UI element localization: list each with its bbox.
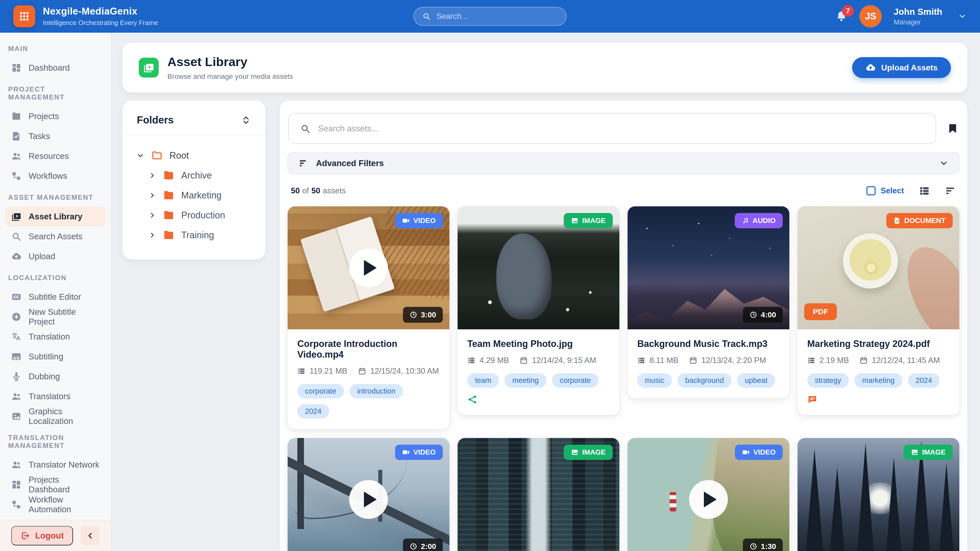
storage-icon (467, 356, 476, 365)
play-button[interactable] (689, 480, 728, 519)
sidebar-item-subtitle-editor[interactable]: Subtitle Editor (5, 287, 106, 307)
chevron-right-icon[interactable] (148, 171, 156, 179)
logout-button[interactable]: Logout (11, 526, 73, 545)
asset-meta: 119.21 MB 12/15/24, 10:30 AM (298, 367, 440, 376)
asset-card[interactable]: VIDEO 2:00 (287, 438, 450, 551)
sidebar-item-translators[interactable]: Translators (5, 386, 106, 407)
share-icon[interactable] (467, 394, 477, 405)
sidebar-item-workflow-automation[interactable]: Workflow Automation (5, 495, 106, 514)
tag[interactable]: 2024 (298, 404, 329, 419)
sidebar-item-asset-library[interactable]: Asset Library (5, 206, 106, 227)
sidebar-item-translator-network[interactable]: Translator Network (5, 455, 106, 475)
sidebar-item-workflows[interactable]: Workflows (5, 166, 106, 186)
tag[interactable]: meeting (504, 373, 546, 388)
assets-toolbar: 50 of 50 assets Select (291, 185, 956, 197)
notifications-button[interactable]: 7 (835, 10, 848, 22)
tag[interactable]: strategy (807, 373, 849, 388)
top-header: Nexgile-MediaGenix Intelligence Orchestr… (0, 0, 980, 33)
asset-search-input[interactable] (318, 124, 924, 133)
asset-title: Marketing Strategy 2024.pdf (807, 338, 950, 349)
asset-card[interactable]: IMAGE (457, 438, 620, 551)
thumbnail-image[interactable]: DOCUMENT PDF (797, 206, 959, 329)
file-date: 12/13/24, 2:20 PM (689, 356, 766, 365)
list-view-icon[interactable] (919, 185, 930, 197)
thumbnail-image[interactable]: VIDEO 2:00 (288, 438, 449, 551)
section-project-management: PROJECT MANAGEMENT (5, 78, 106, 106)
sidebar-collapse-button[interactable] (81, 526, 100, 545)
tag[interactable]: background (678, 373, 732, 388)
chevron-right-icon[interactable] (148, 192, 156, 199)
play-button[interactable] (349, 248, 388, 287)
select-checkbox[interactable] (866, 186, 876, 195)
user-info[interactable]: John Smith Manager (894, 6, 942, 26)
sidebar-item-label: Upload (29, 251, 56, 261)
sidebar-item-graphics-localization[interactable]: Graphics Localization (5, 407, 106, 426)
folder-node-root[interactable]: Root (133, 146, 255, 165)
chevron-right-icon[interactable] (148, 231, 156, 239)
tag[interactable]: upbeat (737, 373, 775, 388)
toolbar-right: Select (866, 185, 956, 197)
badge-label: VIDEO (414, 448, 436, 456)
folder-tree: Root Archive Marketing (123, 135, 266, 245)
folder-node-archive[interactable]: Archive (145, 165, 255, 186)
tag[interactable]: introduction (350, 384, 403, 399)
thumbnail-image[interactable]: IMAGE (458, 438, 619, 551)
asset-card[interactable]: IMAGE Team Meeting Photo.jpg 4.29 MB (457, 206, 620, 415)
select-toggle[interactable]: Select (866, 186, 904, 195)
sidebar-item-resources[interactable]: Resources (5, 146, 106, 166)
sidebar-item-tasks[interactable]: Tasks (5, 126, 106, 146)
tag[interactable]: team (467, 373, 499, 388)
asset-card[interactable]: AUDIO 4:00 Background Music Track.mp3 (627, 206, 790, 398)
user-name: John Smith (894, 6, 942, 17)
asset-search-box[interactable] (288, 113, 936, 144)
tag[interactable]: corporate (298, 384, 344, 399)
thumbnail-image[interactable]: IMAGE (797, 438, 959, 551)
folder-label: Production (181, 210, 225, 221)
global-search[interactable] (414, 7, 566, 26)
image-icon (571, 217, 579, 224)
thumbnail-decor (895, 237, 959, 329)
chevron-right-icon[interactable] (148, 211, 156, 219)
tag[interactable]: music (637, 373, 672, 388)
microphone-icon (11, 372, 21, 382)
asset-card[interactable]: VIDEO 3:00 Corporate Introduction Video.… (287, 206, 450, 429)
sidebar-item-dubbing[interactable]: Dubbing (5, 367, 106, 386)
play-button[interactable] (349, 480, 388, 519)
comment-icon[interactable] (807, 394, 818, 405)
folder-node-marketing[interactable]: Marketing (145, 186, 255, 205)
sidebar-item-projects-dashboard[interactable]: Projects Dashboard (5, 475, 106, 495)
thumbnail-image[interactable]: IMAGE (458, 206, 619, 329)
global-search-input[interactable] (436, 12, 558, 21)
chevron-down-icon[interactable] (136, 151, 145, 160)
duration-badge: 3:00 (403, 307, 443, 323)
advanced-filters-toggle[interactable]: Advanced Filters (287, 152, 959, 175)
clock-icon (410, 311, 417, 319)
expand-collapse-icon[interactable] (241, 115, 251, 125)
thumbnail-image[interactable]: VIDEO 1:30 (628, 438, 789, 551)
asset-card[interactable]: DOCUMENT PDF Marketing Strategy 2024.pdf… (797, 206, 959, 415)
sidebar-item-upload[interactable]: Upload (5, 246, 106, 266)
sort-icon[interactable] (945, 185, 956, 197)
sidebar-item-search-assets[interactable]: Search Assets (5, 227, 106, 246)
chevron-down-icon[interactable] (958, 12, 967, 21)
app-logo[interactable] (13, 5, 35, 27)
sidebar-item-subtitling[interactable]: Subtitling (5, 347, 106, 367)
tag-list: corporate introduction 2024 (298, 384, 440, 419)
thumbnail-image[interactable]: AUDIO 4:00 (628, 206, 789, 329)
tag[interactable]: corporate (552, 373, 599, 388)
bookmark-icon[interactable] (947, 123, 959, 135)
upload-assets-button[interactable]: Upload Assets (852, 57, 951, 78)
asset-card[interactable]: VIDEO 1:30 (627, 438, 790, 551)
avatar[interactable]: JS (859, 5, 882, 27)
tag[interactable]: marketing (854, 373, 902, 388)
thumbnail-image[interactable]: VIDEO 3:00 (288, 206, 449, 329)
folder-node-training[interactable]: Training (145, 225, 255, 245)
tag[interactable]: 2024 (908, 373, 940, 388)
sidebar-item-translation[interactable]: Translation (5, 327, 106, 347)
asset-card[interactable]: IMAGE (797, 438, 959, 551)
thumbnail-decor (670, 492, 676, 511)
sidebar-item-projects[interactable]: Projects (5, 106, 106, 126)
sidebar-item-new-subtitle-project[interactable]: New Subtitle Project (5, 307, 106, 327)
folder-node-production[interactable]: Production (145, 205, 255, 225)
sidebar-item-dashboard[interactable]: Dashboard (5, 58, 106, 78)
